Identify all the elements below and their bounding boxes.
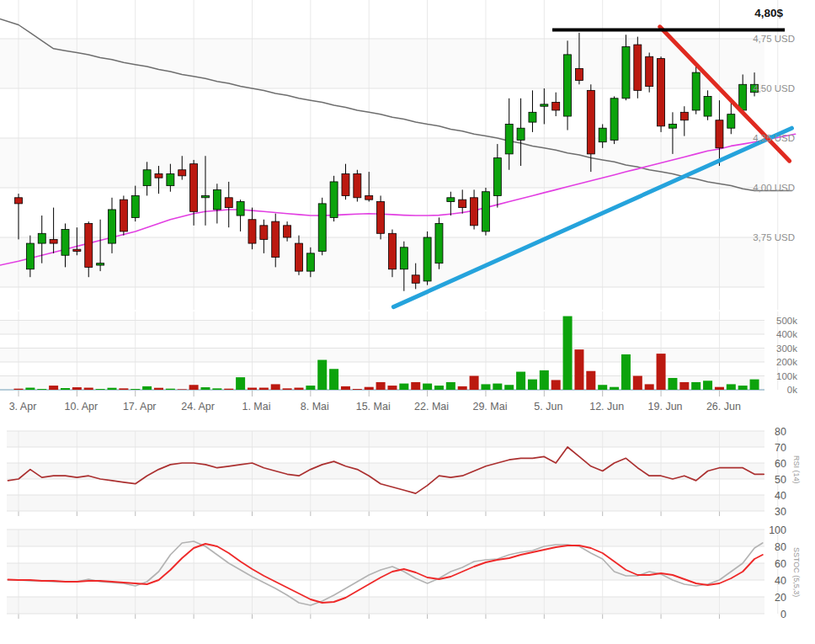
volume-axis-label: 300k — [776, 343, 797, 354]
candle-body — [447, 198, 455, 202]
candle-body — [377, 202, 385, 234]
volume-bar — [259, 388, 269, 390]
candle-body — [318, 204, 326, 252]
price-volume-indicator-chart[interactable]: 4,75 USD4,50 USD4,25 USD4,00 USD3,75 USD… — [0, 0, 815, 644]
volume-bar — [212, 388, 221, 390]
volume-bar — [434, 386, 444, 390]
candle-body — [704, 96, 711, 116]
stoch-axis-label: 100 — [769, 524, 786, 536]
date-axis-label: 22. Mai — [414, 401, 449, 412]
volume-bar — [306, 386, 315, 390]
volume-bar — [294, 388, 303, 390]
candle-body — [365, 195, 373, 200]
volume-bar — [353, 389, 362, 390]
candle-body — [634, 45, 642, 90]
candle-body — [575, 68, 583, 80]
candle — [318, 198, 326, 255]
candle-body — [482, 192, 489, 232]
candle-body — [587, 90, 594, 154]
candle — [330, 176, 338, 221]
price-axis-label: 4,00 USD — [753, 183, 795, 193]
candle-body — [692, 72, 700, 110]
candle-body — [669, 124, 676, 128]
volume-bar — [189, 385, 199, 390]
volume-bar — [178, 389, 187, 390]
candle-body — [658, 59, 665, 126]
volume-bar — [154, 388, 163, 390]
volume-bar — [610, 387, 619, 390]
candle-body — [260, 226, 268, 240]
candle — [680, 106, 688, 136]
candle-body — [15, 198, 23, 204]
price-axis-label: 3,75 USD — [753, 232, 795, 242]
candle-body — [610, 98, 618, 141]
candle-body — [73, 249, 81, 251]
candle-body — [272, 221, 280, 257]
candle — [248, 208, 256, 250]
volume-bar — [107, 388, 116, 390]
stoch-axis-label: 40 — [775, 575, 786, 587]
candle — [658, 56, 665, 132]
date-axis-label: 5. Jun — [534, 401, 562, 412]
volume-bar — [142, 386, 152, 390]
candle — [15, 194, 23, 239]
volume-bar — [657, 354, 666, 390]
rsi-axis-title: RSI (14) — [792, 455, 801, 484]
candle-body — [400, 247, 408, 269]
candle-body — [342, 173, 349, 195]
resistance-price-label[interactable]: 4,80$ — [699, 7, 783, 19]
date-axis-label: 10. Apr — [65, 401, 99, 412]
volume-bar — [540, 370, 549, 390]
volume-bar — [236, 377, 245, 390]
candle-body — [155, 173, 162, 178]
rsi-axis-label: 80 — [775, 426, 786, 438]
candle-body — [108, 210, 115, 243]
volume-bar — [750, 380, 759, 390]
volume-bar — [703, 381, 712, 390]
volume-bar — [387, 386, 397, 390]
volume-bar — [61, 388, 70, 390]
candle-body — [599, 128, 606, 142]
volume-bar — [317, 360, 327, 390]
volume-axis-label: 500k — [776, 316, 797, 326]
volume-bar — [470, 376, 479, 391]
candle-body — [143, 170, 151, 186]
volume-bar — [493, 384, 502, 390]
candle-body — [225, 198, 232, 208]
candle-body — [201, 195, 209, 197]
candle — [482, 188, 489, 236]
candle — [190, 160, 198, 226]
volume-bar — [446, 382, 455, 390]
candle — [471, 189, 478, 229]
volume-bar — [516, 372, 525, 390]
volume-bar — [119, 388, 128, 390]
candle-body — [295, 243, 302, 271]
candle-body — [727, 114, 735, 129]
candle-body — [85, 223, 93, 267]
candle — [541, 88, 548, 124]
candle-body — [237, 202, 244, 216]
volume-bar — [715, 387, 724, 390]
candle-body — [541, 104, 548, 106]
volume-bar — [645, 384, 654, 390]
candle-body — [505, 124, 513, 153]
volume-bar — [633, 376, 642, 391]
volume-bar — [25, 388, 35, 390]
candle-body — [190, 164, 198, 212]
candle — [634, 37, 642, 98]
volume-bar — [166, 389, 175, 390]
candle-body — [167, 173, 174, 185]
candle-body — [61, 230, 69, 256]
candle — [377, 195, 385, 239]
candle-body — [435, 223, 443, 263]
candle — [237, 200, 244, 232]
candle-body — [97, 263, 104, 265]
price-axis-label: 4,75 USD — [753, 34, 795, 44]
date-axis-label: 17. Apr — [123, 401, 157, 412]
candle-body — [330, 182, 338, 217]
rsi-axis-label: 30 — [775, 506, 786, 518]
date-axis-label: 1. Mai — [242, 401, 270, 412]
date-axis-label: 24. Apr — [181, 401, 215, 412]
stoch-axis-label: 60 — [775, 558, 786, 570]
volume-bar — [283, 388, 292, 390]
